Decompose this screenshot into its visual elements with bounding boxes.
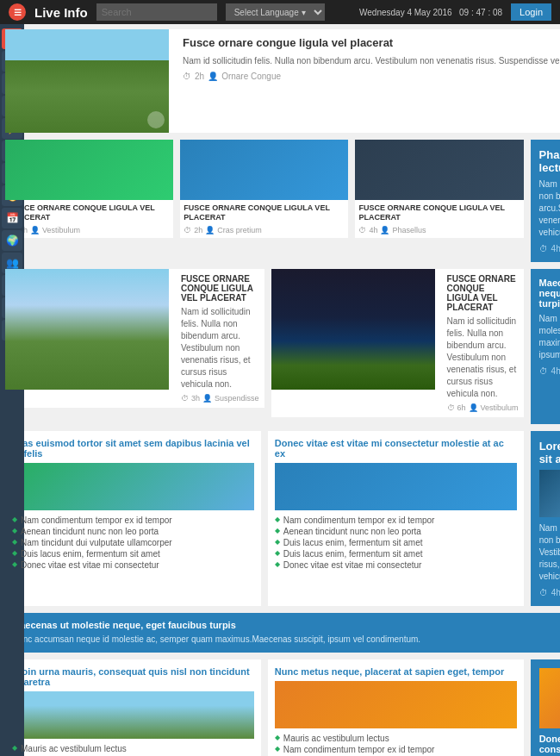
right-column-top: Phasellus ligula lectus Nam id sollicitu… — [531, 140, 560, 262]
blue-article-1[interactable]: Phasellus ligula lectus Nam id sollicitu… — [531, 140, 560, 262]
grid-label-3: FUSCE ORNARE CONQUE LIGULA VEL PLACERAT — [355, 200, 523, 226]
bullet-1-3: Duis lacus enim, fermentum sit amet — [12, 548, 254, 559]
blue-text-4: Nunc accumsan neque id molestie ac, semp… — [12, 634, 560, 646]
bottom-card-img-1 — [12, 691, 254, 739]
bullet-2-4: Donec vitae est vitae mi consectetur — [275, 559, 517, 571]
bottom-card-title-1: Proin urna mauris, consequat quis nisl n… — [12, 666, 254, 687]
featured-image — [5, 29, 169, 133]
text-card-title-2: Donec vitae est vitae mi consectetur mol… — [275, 438, 517, 459]
grid-img-2 — [180, 140, 348, 200]
hamburger-icon[interactable]: ☰ — [9, 3, 26, 21]
blue-meta-3: ⏱ 4h 👤 Ornare Congue — [539, 588, 560, 597]
large-card-title-2: FUSCE ORNARE CONQUE LIGULA VEL PLACERAT — [447, 274, 519, 312]
large-card-img-2 — [271, 269, 435, 390]
text-card-img-2 — [275, 463, 517, 510]
bottom-card-img-2 — [275, 681, 517, 728]
bottom-card-1: Proin urna mauris, consequat quis nisl n… — [5, 659, 261, 756]
grid-item-2[interactable]: FUSCE ORNARE CONQUE LIGULA VEL PLACERAT … — [180, 140, 348, 238]
blue-title-1: Phasellus ligula lectus — [539, 148, 560, 174]
grid-item-3[interactable]: FUSCE ORNARE CONQUE LIGULA VEL PLACERAT … — [355, 140, 523, 238]
featured-meta: 2h 👤 Ornare Congue — [183, 72, 560, 81]
large-card-meta-1: ⏱ 3h 👤 Suspendisse — [181, 394, 259, 403]
clock-icon-lc1: ⏱ — [181, 394, 189, 403]
sidebar-item-world[interactable]: 🌍 — [2, 230, 22, 251]
large-card-text-1: Nam id sollicitudin felis. Nulla non bib… — [181, 306, 259, 390]
featured-text: Nam id sollicitudin felis. Nulla non bib… — [183, 55, 560, 67]
large-card-text-2: Nam id sollicitudin felis. Nulla non bib… — [447, 316, 519, 400]
user-icon-3: 👤 — [380, 226, 389, 234]
blue-article-4[interactable]: Maecenas ut molestie neque, eget faucibu… — [5, 613, 560, 653]
blue-article-img-5 — [539, 668, 560, 728]
header: ☰ Live Info Select Language ▾ Wednesday … — [0, 0, 560, 24]
sidebar: ⚽ 🏠 📰 🏆 ⚡ 📊 🎯 🔥 📅 🌍 👥 🔔 ⭐ ⚙ — [0, 24, 24, 756]
bullet-2-3: Duis lacus enim, fermentum sit amet — [275, 548, 517, 559]
blue-article-img-3 — [539, 470, 560, 517]
clock-icon-blue1: ⏱ — [539, 244, 548, 253]
sidebar-item-calendar[interactable]: 📅 — [2, 208, 22, 228]
grid-meta-2: ⏱ 2h 👤 Cras pretium — [180, 226, 348, 238]
bullet-1-2: Nam tincidunt dui vulputate ullamcorper — [12, 537, 254, 548]
text-card-2: Donec vitae est vitae mi consectetur mol… — [268, 431, 524, 606]
featured-time: 2h — [195, 72, 204, 81]
grid-meta-3: ⏱ 4h 👤 Phasellus — [355, 226, 523, 238]
featured-author-icon: 👤 — [208, 72, 218, 81]
menu-icon-symbol: ☰ — [14, 8, 22, 17]
large-card-2[interactable]: FUSCE ORNARE CONQUE LIGULA VEL PLACERAT … — [271, 269, 524, 417]
bullet-1-4: Donec vitae est vitae mi consectetur — [12, 559, 254, 571]
bullet-2-2: Duis lacus enim, fermentum sit amet — [275, 537, 517, 548]
clock-icon — [183, 72, 191, 81]
user-icon-lc2: 👤 — [469, 403, 478, 412]
blue-title-3: Lorem ipsum dolor sit amet — [539, 440, 560, 465]
bullet-2-1: Aenean tincidunt nunc non leo porta — [275, 526, 517, 537]
large-card-title-1: FUSCE ORNARE CONQUE LIGULA VEL PLACERAT — [181, 274, 259, 303]
clock-icon-blue3: ⏱ — [539, 588, 548, 597]
blue-text-1: Nam id sollicitudin felis. Nulla non bib… — [539, 178, 560, 239]
time-icon-3: ⏱ — [358, 226, 366, 234]
grid-item-1[interactable]: FUSCE ORNARE CONQUE LIGULA VEL PLACERAT … — [5, 140, 173, 238]
bullet-list-2: Nam condimentum tempor ex id tempor Aene… — [275, 515, 517, 571]
featured-article: Fusce ornare congue ligula vel placerat … — [5, 29, 560, 133]
blue-text-2: Nam accumsan neque id molestie ac, sempe… — [539, 313, 560, 361]
blue-article-5[interactable]: Donec sodales consectetur ex, in euismod… — [531, 659, 560, 756]
bbullet-2-0: Mauris ac vestibulum lectus — [275, 733, 517, 744]
blue-article-2[interactable]: Maecenas ut molestie neque, eget faucibu… — [531, 269, 560, 424]
clock-icon-blue2: ⏱ — [539, 366, 548, 376]
blue-title-5: Donec sodales consectetur ex, in euismod… — [539, 734, 560, 756]
grid-label-2: FUSCE ORNARE CONQUE LIGULA VEL PLACERAT — [180, 200, 348, 226]
bottom-bullets-2: Mauris ac vestibulum lectus Nam condimen… — [275, 733, 517, 756]
blue-title-4: Maecenas ut molestie neque, eget faucibu… — [12, 620, 560, 630]
search-input[interactable] — [96, 3, 217, 21]
bullet-2-0: Nam condimentum tempor ex id tempor — [275, 515, 517, 526]
bottom-card-title-2: Nunc metus neque, placerat at sapien ege… — [275, 666, 517, 677]
bbullet-2-1: Nam condimentum tempor ex id tempor — [275, 744, 517, 755]
user-icon-1: 👤 — [30, 226, 40, 234]
blue-meta-2: ⏱ 4h 👤 Ornare Congue — [539, 366, 560, 376]
clock-icon-lc2: ⏱ — [447, 403, 455, 412]
login-button[interactable]: Login — [511, 3, 551, 21]
time-icon-2: ⏱ — [184, 226, 191, 234]
blue-meta-1: ⏱ 4h 👤 Quinque massa — [539, 244, 560, 253]
large-card-1[interactable]: FUSCE ORNARE CONQUE LIGULA VEL PLACERAT … — [5, 269, 264, 408]
user-icon-2: 👤 — [205, 226, 215, 234]
blue-text-3: Nam id sollicitudin felis. Nulla non bib… — [539, 522, 560, 583]
grid-img-1 — [5, 140, 173, 200]
datetime-display: Wednesday 4 May 2016 09 : 47 : 08 — [359, 8, 502, 17]
bullet-list-1: Nam condimentum tempor ex id tempor Aene… — [12, 515, 254, 571]
large-card-img-1 — [5, 269, 169, 390]
blue-title-2: Maecenas ut molestie neque, eget faucibu… — [539, 278, 560, 309]
featured-title: Fusce ornare congue ligula vel placerat — [183, 36, 560, 51]
blue-article-3[interactable]: Lorem ipsum dolor sit amet Nam id sollic… — [531, 431, 560, 606]
bullet-1-1: Aenean tincidunt nunc non leo porta — [12, 526, 254, 537]
grid-row: FUSCE ORNARE CONQUE LIGULA VEL PLACERAT … — [5, 140, 524, 238]
bbullet-1-0: Mauris ac vestibulum lectus — [12, 743, 254, 754]
bullet-1-0: Nam condimentum tempor ex id tempor — [12, 515, 254, 526]
text-card-1: Cras euismod tortor sit amet sem dapibus… — [5, 431, 261, 606]
text-card-img-1 — [12, 463, 254, 510]
featured-author: Ornare Congue — [221, 72, 281, 81]
grid-meta-1: ⏱ 1h 👤 Vestibulum — [5, 226, 173, 238]
large-card-meta-2: ⏱ 6h 👤 Vestibulum — [447, 403, 519, 412]
language-select[interactable]: Select Language ▾ — [226, 3, 325, 21]
site-title: Live Info — [34, 5, 88, 20]
bottom-card-2: Nunc metus neque, placerat at sapien ege… — [268, 659, 524, 756]
text-card-title-1: Cras euismod tortor sit amet sem dapibus… — [12, 438, 254, 459]
